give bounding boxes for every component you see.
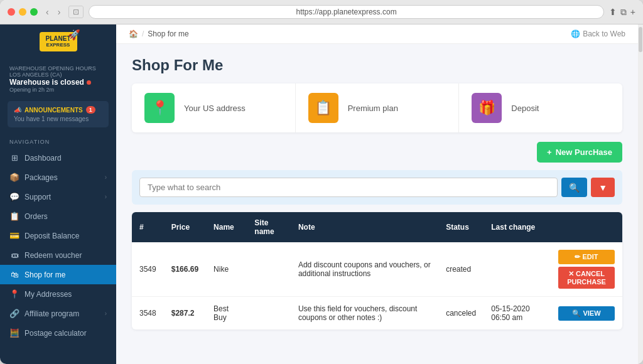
view-button[interactable]: 🔍 VIEW xyxy=(558,306,615,321)
us-address-icon: 📍 xyxy=(144,93,175,123)
cell-site-name xyxy=(247,242,291,297)
sidebar: PLANET EXPRESS 🚀 WAREHOUSE OPENING HOURS… xyxy=(0,24,116,364)
sidebar-item-deposit-balance[interactable]: 💳 Deposit Balance xyxy=(0,226,116,245)
sidebar-item-orders[interactable]: 📋 Orders xyxy=(0,206,116,226)
browser-nav-buttons: ‹ › xyxy=(43,6,63,18)
main-header: 🏠 / Shop for me 🌐 Back to Web xyxy=(116,24,638,44)
home-icon: 🏠 xyxy=(129,29,138,38)
sidebar-item-label: Support xyxy=(24,193,51,201)
table-row: 3549 $166.69 Nike Add discount coupons a… xyxy=(132,242,622,297)
new-tab-button[interactable]: + xyxy=(630,7,635,18)
cell-actions: 🔍 VIEW xyxy=(551,297,622,330)
opening-time: Opening in 2h 2m xyxy=(9,87,107,93)
sidebar-item-label: Affiliate program xyxy=(24,309,79,318)
traffic-lights xyxy=(8,8,38,16)
cell-note: Use this field for vouchers, discount co… xyxy=(291,297,438,330)
minimize-button[interactable] xyxy=(19,8,26,16)
sidebar-item-label: Redeem voucher xyxy=(24,251,82,260)
deposit-card-icon: 🎁 xyxy=(472,93,502,123)
new-purchase-button[interactable]: + New PurcHase xyxy=(537,142,622,163)
sidebar-item-label: Packages xyxy=(24,173,58,182)
sidebar-logo: PLANET EXPRESS 🚀 xyxy=(0,24,116,59)
close-button[interactable] xyxy=(8,8,15,16)
sidebar-item-label: My Addresses xyxy=(24,290,72,299)
affiliate-icon: 🔗 xyxy=(9,309,19,318)
page-title: Shop For Me xyxy=(132,56,622,74)
col-actions xyxy=(551,212,622,242)
info-cards: 📍 Your US address 📋 Premium plan 🎁 Depos… xyxy=(132,83,622,132)
cell-actions: ✏ EDIT ✕ CANCEL PURCHASE xyxy=(551,242,622,297)
cell-name: Nike xyxy=(206,242,247,297)
voucher-icon: 🎟 xyxy=(9,250,19,260)
cell-price: $287.2 xyxy=(164,297,206,330)
announcements-box[interactable]: 📣 ANNOUNCEMENTS 1 You have 1 new message… xyxy=(8,101,109,127)
breadcrumb: 🏠 / Shop for me xyxy=(129,29,189,38)
sidebar-item-postage[interactable]: 🧮 Postage calculator xyxy=(0,323,116,343)
warehouse-section: WAREHOUSE OPENING HOURS LOS ANGELES (CA)… xyxy=(0,59,116,96)
cell-id: 3549 xyxy=(132,242,164,297)
cell-note: Add discount coupons and vouchers, or ad… xyxy=(291,242,438,297)
premium-label: Premium plan xyxy=(348,104,398,113)
browser-chrome: ‹ › ⊡ https://app.planetexpress.com ⬆ ⧉ … xyxy=(0,0,643,24)
cell-id: 3548 xyxy=(132,297,164,330)
sidebar-item-label: Dashboard xyxy=(24,154,62,163)
search-button[interactable]: 🔍 xyxy=(561,178,587,197)
back-to-web-button[interactable]: 🌐 Back to Web xyxy=(571,29,625,38)
filter-button[interactable]: ▼ xyxy=(591,178,615,197)
premium-icon: 📋 xyxy=(308,93,338,123)
dashboard-icon: ⊞ xyxy=(9,153,19,163)
search-row: 🔍 ▼ xyxy=(132,170,622,205)
sidebar-item-label: Deposit Balance xyxy=(24,232,79,240)
info-card-us-address[interactable]: 📍 Your US address xyxy=(132,83,296,132)
info-card-deposit[interactable]: 🎁 Deposit xyxy=(459,83,622,132)
nav-label: NAVIGATION xyxy=(0,136,116,148)
sidebar-item-affiliate[interactable]: 🔗 Affiliate program › xyxy=(0,304,116,323)
address-icon: 📍 xyxy=(9,289,19,299)
orders-icon: 📋 xyxy=(9,211,19,221)
announcements-badge: 1 xyxy=(86,106,95,114)
action-buttons-row1: ✏ EDIT ✕ CANCEL PURCHASE xyxy=(558,250,615,289)
duplicate-button[interactable]: ⧉ xyxy=(620,7,627,18)
nav-section: NAVIGATION ⊞ Dashboard 📦 Packages › xyxy=(0,132,116,346)
maximize-button[interactable] xyxy=(30,8,38,16)
cancel-purchase-button[interactable]: ✕ CANCEL PURCHASE xyxy=(558,267,615,289)
sidebar-item-my-addresses[interactable]: 📍 My Addresses xyxy=(0,284,116,304)
share-button[interactable]: ⬆ xyxy=(609,7,617,18)
cell-status: canceled xyxy=(438,297,484,330)
sidebar-item-support[interactable]: 💬 Support › xyxy=(0,187,116,206)
col-id: # xyxy=(132,212,164,242)
packages-icon: 📦 xyxy=(9,173,19,182)
sidebar-item-label: Shop for me xyxy=(24,270,65,279)
edit-button[interactable]: ✏ EDIT xyxy=(558,250,615,264)
app-layout: PLANET EXPRESS 🚀 WAREHOUSE OPENING HOURS… xyxy=(0,24,643,364)
col-last-change: Last change xyxy=(484,212,551,242)
sidebar-item-dashboard[interactable]: ⊞ Dashboard xyxy=(0,148,116,168)
table-body: 3549 $166.69 Nike Add discount coupons a… xyxy=(132,242,622,329)
browser-window: ‹ › ⊡ https://app.planetexpress.com ⬆ ⧉ … xyxy=(0,0,643,364)
chevron-right-icon: › xyxy=(105,310,107,317)
browser-actions: ⬆ ⧉ + xyxy=(609,7,635,18)
actions-row: + New PurcHase xyxy=(132,142,622,163)
announcements-header: 📣 ANNOUNCEMENTS 1 xyxy=(14,106,102,114)
table-header: # Price Name Site name Note Status Last … xyxy=(132,212,622,242)
announcements-text: You have 1 new messages xyxy=(14,115,102,122)
col-name: Name xyxy=(206,212,247,242)
sidebar-item-shop-for-me[interactable]: 🛍 Shop for me xyxy=(0,265,116,284)
cell-price: $166.69 xyxy=(164,242,206,297)
scroll-thumb[interactable] xyxy=(639,27,642,52)
sidebar-item-redeem-voucher[interactable]: 🎟 Redeem voucher xyxy=(0,245,116,265)
breadcrumb-separator: / xyxy=(142,29,144,38)
col-status: Status xyxy=(438,212,484,242)
scrollbar[interactable] xyxy=(638,24,643,364)
search-input[interactable] xyxy=(139,178,558,197)
action-buttons-row2: 🔍 VIEW xyxy=(558,306,615,321)
postage-icon: 🧮 xyxy=(9,328,19,338)
window-toggle-button[interactable]: ⊡ xyxy=(68,6,84,18)
info-card-premium[interactable]: 📋 Premium plan xyxy=(296,83,460,132)
back-button[interactable]: ‹ xyxy=(43,6,52,18)
address-bar[interactable]: https://app.planetexpress.com xyxy=(89,5,603,19)
logo-badge: PLANET EXPRESS 🚀 xyxy=(40,32,77,51)
sidebar-item-packages[interactable]: 📦 Packages › xyxy=(0,168,116,187)
forward-button[interactable]: › xyxy=(55,6,64,18)
table-row: 3548 $287.2 Best Buy Use this field for … xyxy=(132,297,622,330)
